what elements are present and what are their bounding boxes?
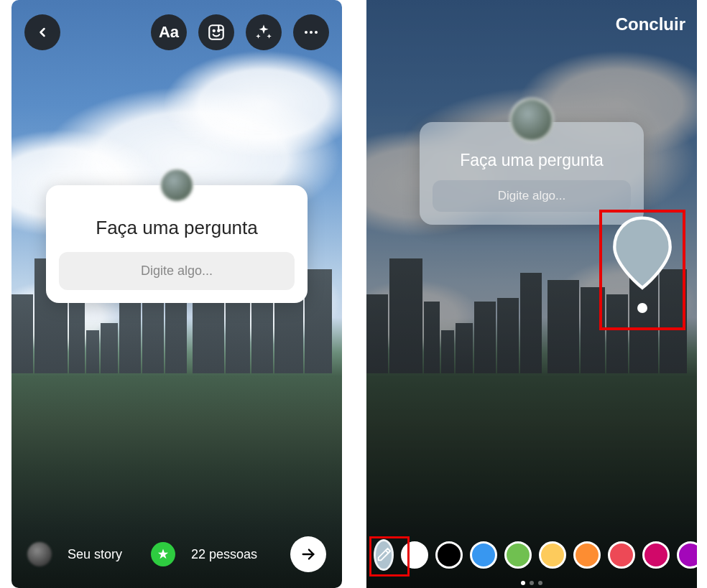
svg-point-3 <box>305 31 308 34</box>
svg-point-5 <box>315 31 318 34</box>
color-drop-icon <box>611 214 673 290</box>
more-button[interactable] <box>293 14 329 50</box>
user-avatar <box>509 98 554 142</box>
sticker-button[interactable] <box>198 14 234 50</box>
more-dots-icon <box>302 24 320 41</box>
color-swatch-pink[interactable] <box>642 541 670 569</box>
page-dot <box>530 581 534 585</box>
color-swatch-black[interactable] <box>435 541 463 569</box>
done-button[interactable]: Concluir <box>616 14 685 34</box>
question-prompt: Faça uma pergunta <box>59 217 295 239</box>
story-editor-screen: Aa Faça uma pergunta Digite algo... Seu … <box>11 0 342 588</box>
eyedropper-indicator[interactable] <box>599 210 685 330</box>
color-swatch-white[interactable] <box>401 541 428 569</box>
color-swatch-blue[interactable] <box>470 541 497 569</box>
question-prompt: Faça uma pergunta <box>433 151 631 170</box>
color-swatch-red[interactable] <box>608 541 635 569</box>
story-bottom-bar: Seu story 22 pessoas <box>11 536 342 572</box>
question-input[interactable]: Digite algo... <box>433 180 631 212</box>
your-story-avatar[interactable] <box>27 542 52 566</box>
sticker-color-editor-screen: Concluir Faça uma pergunta Digite algo..… <box>366 0 697 588</box>
send-button[interactable] <box>290 536 326 572</box>
text-tool-button[interactable]: Aa <box>151 14 187 50</box>
svg-point-2 <box>218 30 219 32</box>
color-swatch-purple[interactable] <box>677 541 697 569</box>
sample-point-dot <box>637 303 647 313</box>
close-friends-badge[interactable] <box>151 542 175 566</box>
svg-rect-0 <box>209 25 223 39</box>
question-input[interactable]: Digite algo... <box>59 252 295 290</box>
question-sticker[interactable]: Faça uma pergunta Digite algo... <box>46 185 308 303</box>
effects-button[interactable] <box>246 14 282 50</box>
color-swatch-yellow[interactable] <box>539 541 566 569</box>
page-dot <box>521 581 525 585</box>
eyedropper-icon <box>376 547 392 563</box>
svg-point-4 <box>310 31 313 34</box>
color-palette <box>366 539 697 571</box>
chevron-left-icon <box>35 25 50 39</box>
text-tool-label: Aa <box>159 23 179 42</box>
svg-point-1 <box>213 30 215 32</box>
sparkles-icon <box>254 23 273 42</box>
arrow-right-icon <box>300 546 316 562</box>
user-avatar <box>160 168 194 202</box>
star-icon <box>157 548 170 561</box>
your-story-label[interactable]: Seu story <box>68 547 122 562</box>
color-swatch-green[interactable] <box>504 541 532 569</box>
back-button[interactable] <box>24 14 60 50</box>
eyedropper-tool[interactable] <box>374 539 394 571</box>
page-dot <box>538 581 542 585</box>
palette-page-indicator <box>521 581 542 585</box>
sticker-icon <box>207 23 226 42</box>
color-swatch-orange[interactable] <box>573 541 601 569</box>
story-top-toolbar: Aa <box>11 14 342 50</box>
close-friends-label[interactable]: 22 pessoas <box>191 547 257 562</box>
